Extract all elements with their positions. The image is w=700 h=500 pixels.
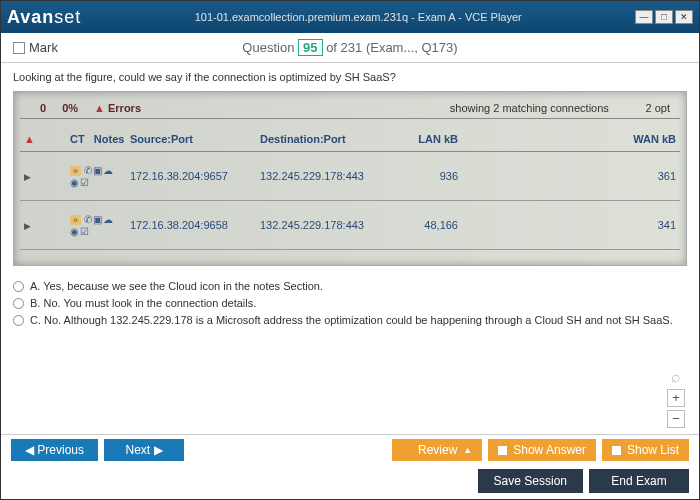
figure-header: 0 0% ▲ Errors showing 2 matching connect… (20, 98, 680, 119)
play-icon: ▶ (24, 172, 31, 182)
table-row: ▶ » ✆▣☁◉☑ 172.16.38.204:9657 132.245.229… (20, 152, 680, 201)
radio-a[interactable] (13, 281, 24, 292)
next-button[interactable]: Next ▶ (104, 439, 184, 461)
magnify-icon[interactable]: ⌕ (671, 368, 681, 386)
mark-wrap: Mark (13, 40, 133, 55)
figure-columns: ▲ CT Notes Source:Port Destination:Port … (20, 119, 680, 152)
review-button[interactable]: Review ▲ (392, 439, 482, 461)
forward-icon: » (70, 166, 81, 176)
question-text: Looking at the figure, could we say if t… (13, 71, 687, 83)
error-icon: ▲ (94, 102, 105, 114)
end-exam-button[interactable]: End Exam (589, 469, 689, 493)
zoom-in-button[interactable]: + (667, 389, 685, 407)
question-figure: 0 0% ▲ Errors showing 2 matching connect… (13, 91, 687, 266)
answer-c[interactable]: C. No. Although 132.245.229.178 is a Mic… (13, 314, 687, 326)
maximize-button[interactable]: □ (655, 10, 673, 24)
footer-nav: ◀ Previous Next ▶ Review ▲ Show Answer S… (1, 434, 699, 465)
content-area: Looking at the figure, could we say if t… (1, 63, 699, 434)
question-counter: Question 95 of 231 (Exam..., Q173) (133, 39, 567, 56)
minimize-button[interactable]: — (635, 10, 653, 24)
answer-a[interactable]: A. Yes, because we see the Cloud icon in… (13, 280, 687, 292)
table-row: ▶ » ✆▣☁◉☑ 172.16.38.204:9658 132.245.229… (20, 201, 680, 250)
window-title: 101-01.examcollection.premium.exam.231q … (81, 11, 635, 23)
previous-button[interactable]: ◀ Previous (11, 439, 98, 461)
mark-label: Mark (29, 40, 58, 55)
play-icon: ▶ (24, 221, 31, 231)
close-button[interactable]: ✕ (675, 10, 693, 24)
show-answer-button[interactable]: Show Answer (488, 439, 596, 461)
show-list-button[interactable]: Show List (602, 439, 689, 461)
radio-c[interactable] (13, 315, 24, 326)
zoom-out-button[interactable]: − (667, 410, 685, 428)
question-number[interactable]: 95 (298, 39, 322, 56)
zoom-controls: ⌕ + − (667, 368, 685, 428)
app-window: Avanset 101-01.examcollection.premium.ex… (0, 0, 700, 500)
answer-b[interactable]: B. No. You must look in the connection d… (13, 297, 687, 309)
forward-icon: » (70, 215, 81, 225)
save-session-button[interactable]: Save Session (478, 469, 583, 493)
radio-b[interactable] (13, 298, 24, 309)
mark-checkbox[interactable] (13, 42, 25, 54)
logo: Avanset (7, 7, 81, 28)
answers: A. Yes, because we see the Cloud icon in… (13, 280, 687, 326)
window-controls: — □ ✕ (635, 10, 693, 24)
footer-session: Save Session End Exam (1, 465, 699, 499)
question-header: Mark Question 95 of 231 (Exam..., Q173) (1, 33, 699, 63)
titlebar: Avanset 101-01.examcollection.premium.ex… (1, 1, 699, 33)
